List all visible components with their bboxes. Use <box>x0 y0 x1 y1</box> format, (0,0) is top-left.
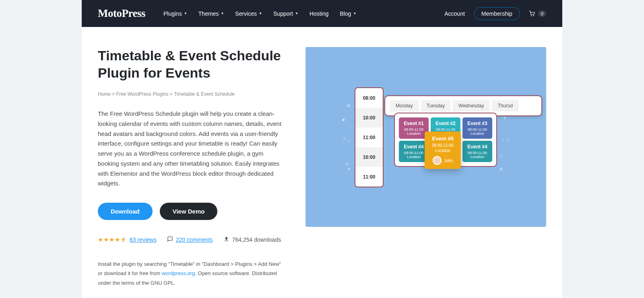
star-rating-icon: ★★★★⯨ <box>98 236 127 243</box>
breadcrumb-home[interactable]: Home <box>98 91 111 97</box>
breadcrumb: Home > Free WordPress Plugins > Timetabl… <box>98 91 285 97</box>
day-pill: Wednesday <box>453 100 489 111</box>
day-pill: Monday <box>390 100 419 111</box>
main-nav: Plugins▼Themes▼Services▼Support▼HostingB… <box>163 10 356 17</box>
day-pill: Thursd <box>492 100 518 111</box>
event-card: Event #408:00-11:00Location <box>399 141 429 162</box>
chevron-down-icon: ▼ <box>184 12 187 15</box>
view-demo-button[interactable]: View Demo <box>160 203 218 220</box>
wordpress-org-link[interactable]: wordpress.org <box>162 270 195 276</box>
chevron-down-icon: ▼ <box>353 12 356 15</box>
svg-point-0 <box>531 15 531 16</box>
install-instructions: Install the plugin by searching "Timetab… <box>98 259 285 288</box>
logo[interactable]: MotoPress <box>98 7 145 20</box>
avatar-icon <box>433 156 442 165</box>
time-column: 08:0010:0011:0010:0011:00 <box>355 87 384 187</box>
event-popup: Event #5 08:00-11:00 Location John <box>425 132 461 169</box>
time-slot: 08:00 <box>355 88 383 108</box>
nav-item-blog[interactable]: Blog▼ <box>340 10 356 17</box>
download-button[interactable]: Download <box>98 203 153 220</box>
time-slot: 10:00 <box>355 147 383 167</box>
nav-item-support[interactable]: Support▼ <box>273 10 298 17</box>
breadcrumb-current: Timetable & Event Schedule <box>174 91 235 97</box>
event-card: Event #308:00-11:00Location <box>462 117 492 139</box>
nav-item-hosting[interactable]: Hosting <box>310 10 328 17</box>
cart-icon <box>529 11 535 16</box>
account-link[interactable]: Account <box>444 10 465 17</box>
nav-item-plugins[interactable]: Plugins▼ <box>163 10 187 17</box>
chevron-down-icon: ▼ <box>221 12 224 15</box>
day-pill: Tuesday <box>421 100 451 111</box>
time-slot: 11:00 <box>355 167 383 187</box>
reviews-link[interactable]: 63 reviews <box>130 236 157 243</box>
comments-icon <box>167 236 173 243</box>
cart-count-badge: 0 <box>538 10 546 17</box>
hero-illustration: ✕ ● ○ ○ ● ● + ○ ○ ○ ✕ 08:0010:0011:0010:… <box>305 47 546 227</box>
comments-link[interactable]: 220 comments <box>176 236 213 243</box>
nav-item-services[interactable]: Services▼ <box>235 10 262 17</box>
download-icon <box>223 236 229 243</box>
breadcrumb-category[interactable]: Free WordPress Plugins <box>116 91 169 97</box>
page-title: Timetable & Event Schedule Plugin for Ev… <box>98 47 285 81</box>
cart-button[interactable]: 0 <box>529 10 546 17</box>
downloads-count: 764,254 downloads <box>232 236 281 243</box>
chevron-down-icon: ▼ <box>259 12 262 15</box>
event-card: Event #108:00-11:00Location <box>399 117 429 139</box>
page-description: The Free WordPress Schedule plugin will … <box>98 109 285 189</box>
svg-point-1 <box>533 15 534 16</box>
chevron-down-icon: ▼ <box>295 12 298 15</box>
nav-item-themes[interactable]: Themes▼ <box>198 10 224 17</box>
membership-button[interactable]: Membership <box>474 7 520 20</box>
time-slot: 10:00 <box>355 108 383 127</box>
time-slot: 11:00 <box>355 127 383 147</box>
main-header: MotoPress Plugins▼Themes▼Services▼Suppor… <box>82 0 562 27</box>
event-card: Event #408:00-11:00Location <box>462 141 492 162</box>
